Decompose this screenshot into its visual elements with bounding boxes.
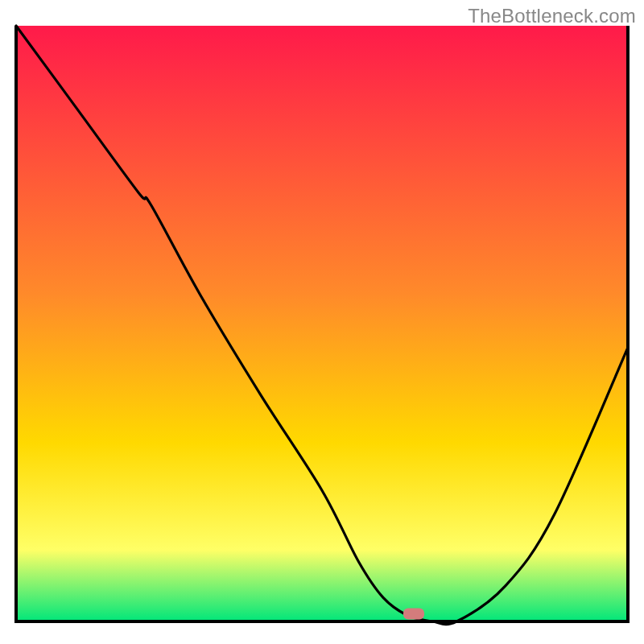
bottleneck-chart <box>0 0 644 644</box>
plot-background <box>16 26 628 621</box>
watermark-label: TheBottleneck.com <box>468 5 636 27</box>
optimum-marker <box>403 609 424 620</box>
chart-container: TheBottleneck.com <box>0 0 644 644</box>
